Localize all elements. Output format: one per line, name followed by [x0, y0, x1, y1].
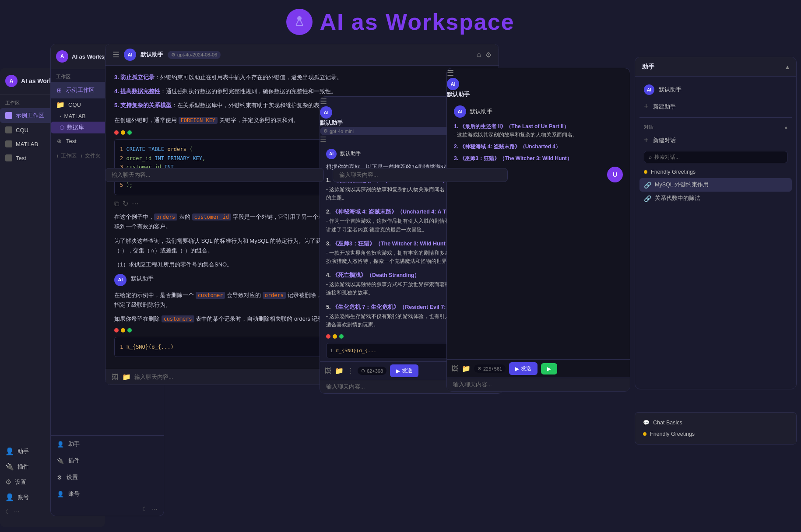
convo-dot-yellow-1 — [644, 170, 647, 174]
search-icon-convo: ⌕ — [649, 154, 652, 160]
nav-icon-test — [5, 154, 12, 161]
assistant-icon-second: 👤 — [57, 441, 64, 448]
moon-icon-second[interactable]: ☾ — [142, 506, 148, 512]
convo-mysql[interactable]: 🔗 MySQL 外键约束作用 — [639, 178, 792, 192]
main-model-badge: ⚙ gpt-4o-2024-08-06 — [168, 51, 221, 59]
bottom-input-field-2[interactable] — [339, 172, 501, 178]
second-bottom-nav: 👤 助手 🔌 插件 ⚙ 设置 👤 账号 ☾ ⋯ — [51, 435, 164, 516]
second-assistant-nav[interactable]: 👤 助手 — [51, 436, 164, 452]
assistant-icon: 👤 — [5, 447, 14, 455]
float-mid-ai-badge: AI — [320, 106, 332, 119]
inner-right-header: ☰ AI 默认助手 — [447, 68, 630, 98]
convo-relation-algebra[interactable]: 🔗 关系代数中的除法 — [639, 192, 792, 205]
nav-icon-cqu — [5, 126, 12, 133]
settings-icon-far: ⚙ — [5, 478, 11, 486]
inner-games-list: 1. 《最后的生还者 II》（The Last of Us Part II） -… — [454, 123, 623, 162]
float-mid-folder-icon[interactable]: 📁 — [335, 367, 344, 375]
more-icon-far[interactable]: ⋯ — [14, 508, 20, 515]
float-mid-badge: AI — [326, 149, 337, 159]
main-menu-icon[interactable]: ☰ — [112, 50, 119, 60]
dot-red-float — [326, 334, 330, 339]
ai-msg-content: 默认助手 — [131, 274, 154, 284]
inner-right-menu[interactable]: ☰ — [447, 69, 454, 77]
convo-friendly-greetings[interactable]: Friendly Greetings — [639, 166, 792, 178]
inner-right-ai-icon: AI — [454, 105, 466, 118]
bottom-friendly-greetings[interactable]: Friendly Greetings — [639, 428, 792, 440]
right-divider — [639, 117, 792, 118]
nav-icon-workspace1 — [5, 112, 12, 119]
float-mid-send-btn[interactable]: ▶ 发送 — [390, 364, 418, 377]
bottom-dot-yellow — [643, 432, 646, 436]
far-left-logo: A — [5, 75, 18, 87]
dot-yellow-2 — [121, 328, 125, 332]
right-panel: 助手 ▴ AI 默认助手 + 新建助手 对话 ▴ + 新建对话 ⌕ — [635, 57, 797, 389]
inner-folder-icon[interactable]: 📁 — [462, 364, 471, 373]
more-btn[interactable]: ⋯ — [132, 200, 139, 208]
settings-icon-main[interactable]: ⚙ — [485, 51, 492, 59]
convo-search-input[interactable] — [654, 154, 783, 160]
inner-send-btn[interactable]: ▶ 发送 — [509, 362, 538, 375]
add-folder-btn[interactable]: + 文件夹 — [80, 152, 101, 160]
float-mid-more-icon[interactable]: ⋮ — [347, 367, 354, 375]
plus-icon-convo: + — [644, 136, 649, 145]
send-icon-float: ▶ — [396, 368, 400, 374]
main-para1: 3. 防止孤立记录：外键约束可以助止在引用表中插入不存在的外键值，避免出现孤立记… — [114, 73, 490, 82]
matlab-icon: ▪ — [60, 113, 61, 119]
dot-green-float — [339, 334, 344, 339]
float-mid-menu[interactable]: ☰ — [320, 97, 327, 106]
inner-token: ⊙ 225+561 — [474, 364, 506, 373]
settings-icon-second: ⚙ — [57, 474, 62, 481]
right-chevron[interactable]: ▴ — [786, 63, 789, 71]
link-icon-algebra: 🔗 — [644, 195, 651, 202]
main-image-icon[interactable]: 🖼 — [112, 373, 119, 381]
second-settings-nav[interactable]: ⚙ 设置 — [51, 469, 164, 486]
dot-yellow-1 — [121, 130, 125, 135]
inner-token-icon: ⊙ — [478, 366, 481, 371]
second-logo: A — [56, 50, 68, 63]
inner-img-icon[interactable]: 🖼 — [451, 365, 458, 373]
moon-icon-far[interactable]: ☾ — [5, 508, 11, 515]
float-mid-token: ⊙ 62+368 — [358, 367, 386, 375]
model-icon: ⚙ — [171, 52, 176, 58]
new-convo-btn[interactable]: + 新建对话 — [639, 132, 792, 148]
right-header: 助手 ▴ — [635, 57, 796, 77]
convo-chevron[interactable]: ▴ — [785, 124, 787, 130]
refresh-btn[interactable]: ↻ — [123, 200, 128, 208]
right-title: 助手 — [642, 63, 654, 71]
plugin-icon-second: 🔌 — [57, 458, 64, 464]
convo-search-box[interactable]: ⌕ — [644, 151, 787, 163]
more-dots-second[interactable]: ⋯ — [152, 506, 158, 512]
bottom-right-panel: 💬 Chat Basics Friendly Greetings — [635, 412, 797, 444]
inner-right-badge: AI — [447, 78, 459, 90]
float-mid-more[interactable]: ☰ — [320, 136, 326, 143]
inner-right-toolbar: 🖼 📁 ⊙ 225+561 ▶ 发送 ▶ — [447, 359, 630, 378]
top-banner: AI as Workspace — [0, 0, 801, 44]
second-account-nav[interactable]: 👤 账号 — [51, 486, 164, 502]
token-icon: ⊙ — [361, 368, 365, 374]
second-cqu-label: CQU — [68, 102, 81, 108]
inner-send-btn2[interactable]: ▶ — [541, 363, 557, 374]
bottom-chat-basics[interactable]: 💬 Chat Basics — [639, 417, 792, 428]
float-mid-img-icon[interactable]: 🖼 — [324, 367, 331, 375]
folder-icon-cqu: 📁 — [56, 101, 65, 109]
inner-right-input[interactable] — [453, 382, 624, 388]
copy-btn[interactable]: ⧉ — [114, 200, 119, 208]
main-para2: 4. 提高数据完整性：通过强制执行数据的参照完整性规则，确保数据的完整性和一致性… — [114, 87, 490, 96]
add-assistant-btn[interactable]: + 新建助手 — [639, 98, 792, 115]
right-default-assistant[interactable]: AI 默认助手 — [639, 81, 792, 98]
second-plugin-nav[interactable]: 🔌 插件 — [51, 452, 164, 469]
grid-icon: ⊞ — [57, 87, 62, 94]
inner-right-user-row: AI 默认助手 — [454, 105, 623, 118]
dot-yellow-float — [333, 334, 337, 339]
add-workspace-btn[interactable]: + 工作区 — [56, 152, 77, 160]
bottom-input-field-1[interactable] — [112, 172, 317, 178]
inner-right-user-name: 默认助手 — [470, 108, 492, 116]
ai-badge-msg: AI — [114, 274, 126, 286]
home-icon-main[interactable]: ⌂ — [477, 51, 481, 59]
float-mid-name: 默认助手 — [320, 119, 343, 126]
chat-basics-icon: 💬 — [643, 420, 650, 426]
account-icon-second: 👤 — [57, 491, 64, 497]
dot-red-1 — [114, 130, 119, 135]
main-folder-icon[interactable]: 📁 — [122, 373, 131, 381]
right-assistant-badge: AI — [644, 84, 654, 95]
